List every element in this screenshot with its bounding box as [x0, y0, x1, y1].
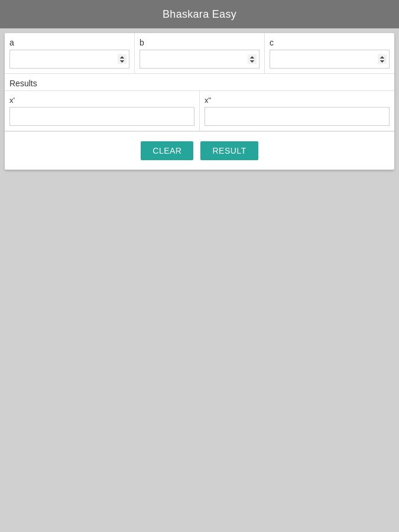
inputs-row: a b c: [5, 33, 394, 74]
results-row: x' x": [5, 91, 394, 131]
result-x2[interactable]: [205, 107, 390, 126]
app-title: Bhaskara Easy: [163, 8, 236, 21]
label-c: c: [270, 38, 390, 47]
result-group-x2: x": [200, 91, 394, 131]
label-b: b: [140, 38, 259, 47]
clear-button[interactable]: Clear: [141, 141, 193, 160]
result-button[interactable]: Result: [200, 141, 258, 160]
buttons-row: Clear Result: [5, 132, 394, 170]
input-c[interactable]: [270, 50, 390, 69]
input-group-c: c: [265, 33, 394, 73]
label-x1: x': [9, 96, 194, 105]
results-section: Results x' x": [5, 74, 394, 132]
label-x2: x": [205, 96, 390, 105]
app-bar: Bhaskara Easy: [0, 0, 399, 28]
input-group-b: b: [135, 33, 265, 73]
input-a[interactable]: [9, 50, 129, 69]
result-x1[interactable]: [9, 107, 194, 126]
input-b[interactable]: [140, 50, 259, 69]
results-header: Results: [5, 74, 394, 91]
input-group-a: a: [5, 33, 135, 73]
label-a: a: [9, 38, 129, 47]
result-group-x1: x': [5, 91, 200, 131]
main-card: a b c Results x' x" Clear Result: [5, 33, 394, 170]
